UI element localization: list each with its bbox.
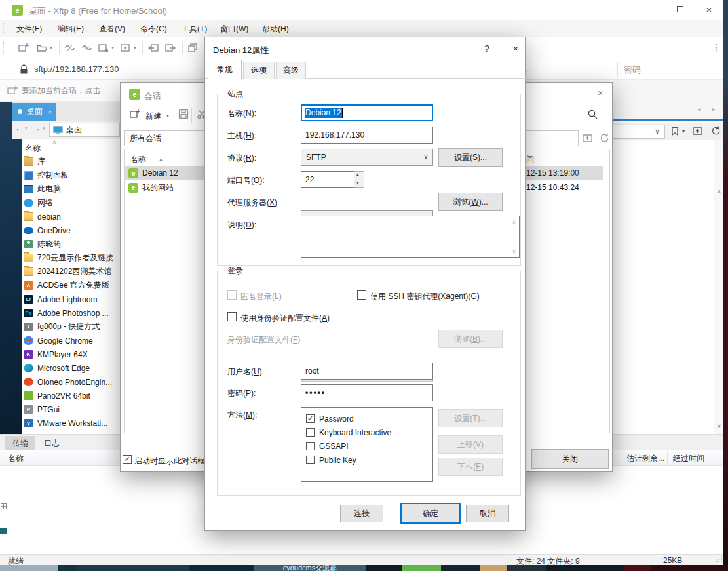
tree-item[interactable]: PsAdobe Photoshop ... bbox=[24, 307, 118, 319]
new-session-caret-icon[interactable]: ▾ bbox=[166, 113, 169, 119]
port-spinner[interactable]: ▴ ▾ bbox=[354, 171, 364, 188]
new-session-icon[interactable] bbox=[130, 109, 142, 119]
close-button[interactable]: × bbox=[695, 0, 723, 18]
session-column-name[interactable]: 名称 bbox=[130, 154, 146, 165]
tree-item[interactable]: Microsoft Edge bbox=[24, 362, 118, 374]
menu-window[interactable]: 窗口(W) bbox=[220, 24, 248, 35]
close-session-dialog-button[interactable]: 关闭 bbox=[531, 449, 609, 469]
description-textarea[interactable]: ∧ ∨ bbox=[301, 216, 520, 258]
open-session-caret-icon[interactable]: ▾ bbox=[50, 45, 52, 50]
startup-checkbox-label[interactable]: 启动时显示此对话框( bbox=[134, 456, 208, 467]
method-checkbox[interactable] bbox=[306, 456, 315, 464]
tree-item[interactable]: Oloneo PhotoEngin... bbox=[24, 376, 118, 388]
tree-item[interactable]: 库 bbox=[24, 155, 118, 168]
tab-transfer[interactable]: 传输 bbox=[5, 436, 35, 450]
proxy-browse-button[interactable]: 浏览(W)... bbox=[438, 193, 503, 211]
forward-icon[interactable]: → bbox=[33, 124, 41, 133]
session-properties-icon[interactable] bbox=[98, 43, 109, 53]
tree-item[interactable]: Pano2VR 64bit bbox=[24, 389, 118, 402]
tab-general[interactable]: 常规 bbox=[208, 60, 242, 79]
name-input[interactable]: Debian 12 bbox=[301, 104, 433, 121]
scroll-up-icon[interactable]: ∧ bbox=[714, 186, 723, 197]
transfer-column-elapsed[interactable]: 经过时间 bbox=[673, 453, 704, 464]
scroll-down-icon[interactable]: ∨ bbox=[714, 421, 723, 431]
connect-button[interactable]: 连接 bbox=[340, 505, 383, 522]
address-input[interactable]: sftp://192.168.177.130 bbox=[34, 64, 119, 74]
new-session-icon[interactable] bbox=[18, 43, 29, 53]
username-input[interactable]: root bbox=[301, 363, 433, 380]
remote-path-caret-icon[interactable]: ∨ bbox=[655, 127, 660, 136]
tree-item[interactable]: 网络 bbox=[24, 197, 118, 209]
tree-item[interactable]: 此电脑 bbox=[24, 183, 118, 195]
protocol-settings-button[interactable]: 设置(S)... bbox=[438, 148, 503, 167]
reconnect-icon[interactable] bbox=[81, 43, 92, 53]
method-checkbox[interactable] bbox=[306, 442, 315, 450]
tab-options[interactable]: 选项 bbox=[243, 62, 275, 79]
scroll-down-icon[interactable]: ∨ bbox=[510, 248, 518, 256]
tree-item[interactable]: OneDrive bbox=[24, 224, 118, 237]
menu-view[interactable]: 查看(V) bbox=[99, 24, 125, 35]
disconnect-icon[interactable] bbox=[64, 43, 75, 53]
minimize-button[interactable]: — bbox=[637, 0, 666, 18]
tree-item[interactable]: debian bbox=[24, 210, 118, 223]
folder-up-icon[interactable] bbox=[692, 125, 704, 137]
search-icon[interactable] bbox=[587, 109, 598, 120]
spin-down-icon[interactable]: ▾ bbox=[356, 180, 359, 186]
bookmark-icon[interactable] bbox=[670, 126, 680, 137]
forward-caret-icon[interactable]: ▾ bbox=[43, 126, 45, 131]
new-session-button[interactable]: 新建 bbox=[145, 111, 161, 122]
method-item[interactable]: GSSAPI bbox=[306, 439, 428, 453]
open-session-icon[interactable] bbox=[37, 43, 48, 53]
menu-edit[interactable]: 编辑(E) bbox=[58, 24, 84, 35]
back-icon[interactable]: ← bbox=[15, 124, 23, 133]
properties-close-icon[interactable]: × bbox=[508, 43, 524, 54]
refresh-icon[interactable] bbox=[598, 132, 610, 144]
tab-advanced[interactable]: 高级 bbox=[276, 62, 306, 79]
tab-close-icon[interactable]: × bbox=[48, 108, 52, 116]
pane-prev-icon[interactable]: ◂ bbox=[697, 105, 701, 113]
folder-up-icon[interactable] bbox=[582, 132, 594, 144]
tree-item[interactable]: 720云显示作者及链接 bbox=[24, 252, 118, 264]
session-properties-caret-icon[interactable]: ▾ bbox=[111, 45, 114, 50]
spin-up-icon[interactable]: ▴ bbox=[356, 172, 359, 177]
method-item[interactable]: Password bbox=[306, 412, 428, 425]
protocol-combobox[interactable]: SFTP∨ bbox=[301, 149, 433, 166]
tree-column-name[interactable]: 名称 bbox=[25, 143, 41, 154]
menu-tools[interactable]: 工具(T) bbox=[182, 24, 207, 35]
session-dialog-close-icon[interactable]: × bbox=[598, 88, 603, 98]
menu-help[interactable]: 帮助(H) bbox=[262, 24, 289, 35]
transfer-column-estimated[interactable]: 估计剩余... bbox=[626, 453, 664, 464]
tree-item[interactable]: PPTGui bbox=[24, 403, 118, 416]
tree-item[interactable]: LrAdobe Lightroom bbox=[24, 293, 118, 305]
startup-checkbox[interactable] bbox=[123, 455, 132, 464]
scroll-up-icon[interactable]: ∧ bbox=[510, 218, 518, 226]
tree-item[interactable]: VVMware Workstati... bbox=[24, 417, 118, 429]
tree-item[interactable]: 控制面板 bbox=[24, 169, 118, 182]
host-input[interactable]: 192.168.177.130 bbox=[301, 127, 433, 144]
transfer-column-name[interactable]: 名称 bbox=[8, 453, 24, 464]
tree-item[interactable]: 陈晓筠 bbox=[24, 238, 118, 250]
ok-button[interactable]: 确定 bbox=[400, 503, 461, 524]
tree-item[interactable]: ffg800p - 快捷方式 bbox=[24, 321, 118, 333]
refresh-icon[interactable] bbox=[710, 125, 721, 137]
ssh-agent-checkbox[interactable] bbox=[357, 290, 366, 300]
bookmark-caret-icon[interactable]: ▾ bbox=[682, 128, 685, 134]
method-item[interactable]: Keyboard Interactive bbox=[306, 425, 428, 439]
password-input[interactable]: ••••• bbox=[301, 384, 433, 401]
password-input[interactable]: 密码 bbox=[624, 64, 641, 76]
menu-command[interactable]: 命令(C) bbox=[140, 24, 167, 35]
help-icon[interactable]: ? bbox=[480, 43, 493, 54]
compare-windows-icon[interactable] bbox=[187, 43, 199, 53]
tree-item[interactable]: KKMPlayer 64X bbox=[24, 348, 118, 361]
pane-next-icon[interactable]: ▸ bbox=[712, 105, 716, 113]
tree-item[interactable]: 20241202西湖美术馆 bbox=[24, 266, 118, 278]
tree-item[interactable]: AACDSee 官方免费版 bbox=[24, 279, 118, 292]
save-icon[interactable] bbox=[178, 109, 189, 119]
run-script-icon[interactable] bbox=[121, 43, 132, 53]
auth-profile-checkbox[interactable] bbox=[227, 312, 237, 321]
menu-file[interactable]: 文件(F) bbox=[16, 24, 42, 35]
collapse-chevron-icon[interactable]: ∧ bbox=[52, 139, 56, 145]
transfer-right-icon[interactable] bbox=[165, 43, 176, 53]
local-path-combobox[interactable]: 桌面 bbox=[49, 123, 120, 137]
back-caret-icon[interactable]: ▾ bbox=[25, 126, 28, 131]
